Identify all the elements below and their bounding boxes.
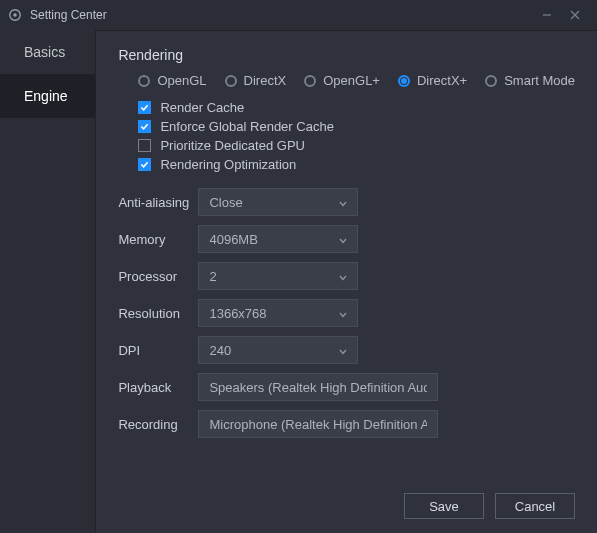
- chevron-down-icon: [339, 232, 347, 247]
- check-render-cache[interactable]: Render Cache: [138, 98, 575, 117]
- radio-icon: [138, 75, 150, 87]
- minimize-button[interactable]: [533, 1, 561, 29]
- select-value: 240: [209, 343, 231, 358]
- check-label: Render Cache: [160, 100, 244, 115]
- footer-buttons: Save Cancel: [118, 481, 575, 519]
- cancel-button[interactable]: Cancel: [495, 493, 575, 519]
- label-playback: Playback: [118, 380, 198, 395]
- svg-point-1: [13, 13, 17, 17]
- radio-icon: [225, 75, 237, 87]
- radio-icon: [485, 75, 497, 87]
- checkbox-icon: [138, 139, 151, 152]
- select-resolution[interactable]: 1366x768: [198, 299, 358, 327]
- radio-label: OpenGL: [157, 73, 206, 88]
- radio-opengl[interactable]: OpenGL: [138, 73, 206, 88]
- label-memory: Memory: [118, 232, 198, 247]
- label-resolution: Resolution: [118, 306, 198, 321]
- select-dpi[interactable]: 240: [198, 336, 358, 364]
- radio-label: Smart Mode: [504, 73, 575, 88]
- chevron-down-icon: [339, 343, 347, 358]
- select-value: Speakers (Realtek High Definition Audio): [209, 380, 427, 395]
- render-checkboxes: Render Cache Enforce Global Render Cache…: [138, 98, 575, 174]
- radio-opengl-plus[interactable]: OpenGL+: [304, 73, 380, 88]
- select-processor[interactable]: 2: [198, 262, 358, 290]
- label-processor: Processor: [118, 269, 198, 284]
- save-button[interactable]: Save: [404, 493, 484, 519]
- sidebar-item-basics[interactable]: Basics: [0, 30, 95, 74]
- check-label: Rendering Optimization: [160, 157, 296, 172]
- main-panel: Rendering OpenGL DirectX OpenGL+ DirectX…: [95, 30, 597, 533]
- title-bar: Setting Center: [0, 0, 597, 30]
- radio-label: DirectX+: [417, 73, 467, 88]
- radio-directx[interactable]: DirectX: [225, 73, 287, 88]
- label-recording: Recording: [118, 417, 198, 432]
- radio-directx-plus[interactable]: DirectX+: [398, 73, 467, 88]
- check-prioritize-gpu[interactable]: Prioritize Dedicated GPU: [138, 136, 575, 155]
- select-value: Close: [209, 195, 242, 210]
- select-recording[interactable]: Microphone (Realtek High Definition Audi…: [198, 410, 438, 438]
- checkbox-icon: [138, 158, 151, 171]
- checkbox-icon: [138, 101, 151, 114]
- radio-label: OpenGL+: [323, 73, 380, 88]
- chevron-down-icon: [339, 269, 347, 284]
- radio-icon: [304, 75, 316, 87]
- radio-smart-mode[interactable]: Smart Mode: [485, 73, 575, 88]
- select-anti-aliasing[interactable]: Close: [198, 188, 358, 216]
- select-value: 2: [209, 269, 216, 284]
- close-button[interactable]: [561, 1, 589, 29]
- chevron-down-icon: [339, 306, 347, 321]
- sidebar: Basics Engine: [0, 30, 95, 533]
- select-playback[interactable]: Speakers (Realtek High Definition Audio): [198, 373, 438, 401]
- check-enforce-global-cache[interactable]: Enforce Global Render Cache: [138, 117, 575, 136]
- radio-label: DirectX: [244, 73, 287, 88]
- radio-icon: [398, 75, 410, 87]
- check-rendering-optimization[interactable]: Rendering Optimization: [138, 155, 575, 174]
- label-anti-aliasing: Anti-aliasing: [118, 195, 198, 210]
- label-dpi: DPI: [118, 343, 198, 358]
- chevron-down-icon: [339, 195, 347, 210]
- app-logo-icon: [8, 8, 22, 22]
- check-label: Enforce Global Render Cache: [160, 119, 333, 134]
- checkbox-icon: [138, 120, 151, 133]
- check-label: Prioritize Dedicated GPU: [160, 138, 305, 153]
- select-memory[interactable]: 4096MB: [198, 225, 358, 253]
- select-value: 1366x768: [209, 306, 266, 321]
- sidebar-item-engine[interactable]: Engine: [0, 74, 95, 118]
- select-value: Microphone (Realtek High Definition Audi…: [209, 417, 427, 432]
- select-value: 4096MB: [209, 232, 257, 247]
- section-title-rendering: Rendering: [118, 47, 575, 63]
- render-mode-radios: OpenGL DirectX OpenGL+ DirectX+ Smart Mo…: [138, 73, 575, 88]
- window-title: Setting Center: [30, 8, 533, 22]
